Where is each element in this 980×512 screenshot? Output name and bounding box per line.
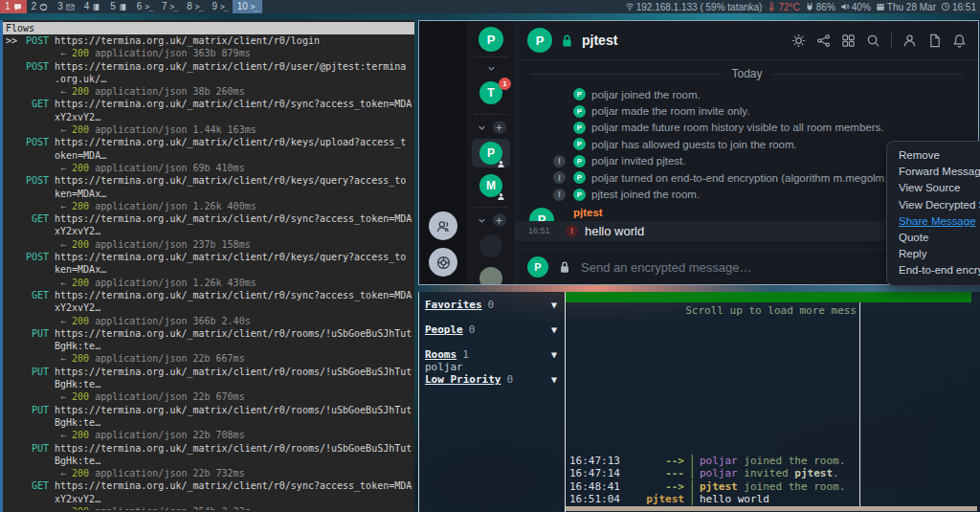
message-input[interactable]: Send an encrypted message… [581,260,938,275]
flow-list[interactable]: >>POSThttps://termina.org.uk/_matrix/cli… [3,34,414,510]
section-header [477,213,506,227]
thermometer-icon [767,2,776,11]
room-header: P pjtest [516,21,978,60]
mitmproxy-window: Flows >>POSThttps://termina.org.uk/_matr… [0,20,414,512]
flow-row[interactable]: POSThttps://termina.org.uk/_matrix/clien… [3,60,414,99]
gomuks-window: Favorites0▼People0▼Rooms1▼poljarLow Prio… [418,292,980,512]
search-button[interactable] [866,33,880,48]
room-section-favorites[interactable]: Favorites0▼ [425,299,559,323]
collapse-arrow-icon[interactable]: ▼ [551,299,557,311]
section-header [486,63,497,74]
menu-item-view-decrypted-source[interactable]: View Decrypted Source [899,197,980,213]
flow-row[interactable]: POSThttps://termina.org.uk/_matrix/clien… [3,136,414,174]
menu-item-end-to-end-encryption-information[interactable]: End-to-end encryption information [899,262,980,278]
gomuks-title-bar [566,292,971,302]
room-section-people[interactable]: People0▼ [425,323,559,348]
people-icon [435,218,452,234]
plus-icon [494,215,504,226]
book-icon [92,3,100,11]
event-avatar: P [573,138,586,150]
message-context-menu: RemoveForward MessageView SourceView Dec… [886,141,980,286]
gomuks-chat: Scroll up to load more mess 16:47:13-->│… [565,292,980,512]
flow-row[interactable]: GEThttps://termina.org.uk/_matrix/client… [3,479,414,510]
share-icon [816,33,831,48]
notifications-button[interactable] [952,33,967,48]
event-avatar: P [573,189,586,201]
clock-icon [941,2,950,11]
workspace-5[interactable]: 5 [105,0,132,13]
workspace-10[interactable]: 10>_ [233,0,263,13]
browser-icon [39,3,48,11]
flow-row[interactable]: PUThttps://termina.org.uk/_matrix/client… [3,442,414,480]
log-row: 16:47:13-->│poljar joined the room. [566,455,859,467]
menu-item-reply[interactable]: Reply [899,246,980,262]
flow-row[interactable]: GEThttps://termina.org.uk/_matrix/client… [3,98,414,136]
collapse-arrow-icon[interactable]: ▼ [551,323,557,336]
explore-icon [435,255,452,271]
flows-header: Flows [3,22,414,34]
flow-row[interactable]: PUThttps://termina.org.uk/_matrix/client… [3,404,414,442]
room-list-item[interactable]: poljar [425,361,559,373]
flow-row[interactable]: GEThttps://termina.org.uk/_matrix/client… [3,289,414,327]
people-button[interactable] [429,211,457,240]
room-avatar[interactable]: P [472,139,510,167]
calendar-icon [876,2,885,11]
explore-button[interactable] [429,248,457,277]
flow-row[interactable]: GEThttps://termina.org.uk/_matrix/client… [3,212,414,251]
files-button[interactable] [927,33,942,48]
share-button[interactable] [816,33,831,48]
terminal-icon: >_ [220,3,228,11]
composer-lock-icon [558,260,571,274]
room-avatar[interactable]: T1 [472,78,510,107]
event-avatar: P [573,171,586,184]
terminal-icon: >_ [251,3,258,11]
workspace-6[interactable]: 6>_ [132,0,157,13]
terminal-icon: >_ [170,3,178,11]
menu-item-view-source[interactable]: View Source [899,180,980,196]
members-button[interactable] [902,33,917,48]
workspace-8[interactable]: 8>_ [182,0,207,13]
flow-row[interactable]: >>POSThttps://termina.org.uk/_matrix/cli… [3,34,414,60]
workspace-2[interactable]: 2 [27,0,54,13]
apps-button[interactable] [841,33,856,48]
composer-avatar: P [527,256,548,278]
gomuks-input-bar[interactable] [566,506,977,511]
apps-icon [841,33,856,48]
header-divider [891,33,892,48]
collapse-arrow-icon[interactable]: ▼ [551,348,557,361]
room-section-low-priority[interactable]: Low Priority0▼ [425,373,559,398]
desktop-wallpaper: 123456>_7>_8>_9>_10>_ 192.168.1.133 ( 59… [0,0,980,512]
settings-button[interactable] [791,33,806,48]
workspace-3[interactable]: 3 [53,0,79,13]
room-avatar[interactable] [472,264,510,284]
menu-item-remove[interactable]: Remove [899,147,980,164]
section-header [477,121,506,134]
menu-item-share-message[interactable]: Share Message [899,213,980,230]
timeline-event: Ppoljar made the room invite only. [516,102,978,119]
workspace-9[interactable]: 9>_ [207,0,232,13]
plug-icon [805,2,814,11]
add-room-button[interactable] [493,121,506,134]
room-section-rooms[interactable]: Rooms1▼poljar [425,348,559,373]
terminal-icon: >_ [195,3,203,11]
menu-item-quote[interactable]: Quote [899,230,980,246]
workspace-4[interactable]: 4 [79,0,106,13]
room-avatar[interactable]: M [472,171,510,200]
collapse-arrow-icon[interactable]: ▼ [551,373,557,386]
user-avatar[interactable]: P [479,27,503,52]
book-icon [119,3,127,11]
flow-row[interactable]: PUThttps://termina.org.uk/_matrix/client… [3,366,414,404]
gomuks-log: 16:47:13-->│poljar joined the room.16:47… [566,455,859,506]
divider [474,114,508,115]
menu-item-forward-message[interactable]: Forward Message [899,164,980,180]
add-room-button[interactable] [493,213,506,227]
room-avatar[interactable] [472,232,510,260]
flow-row[interactable]: POSThttps://termina.org.uk/_matrix/clien… [3,174,414,212]
workspace-7[interactable]: 7>_ [157,0,182,13]
flow-row[interactable]: POSThttps://termina.org.uk/_matrix/clien… [3,251,414,289]
workspace-1[interactable]: 1 [0,0,27,13]
flow-row[interactable]: PUThttps://termina.org.uk/_matrix/client… [3,327,414,366]
chat-icon [13,3,22,11]
divider [474,207,508,208]
room-avatar[interactable]: P [527,28,552,53]
